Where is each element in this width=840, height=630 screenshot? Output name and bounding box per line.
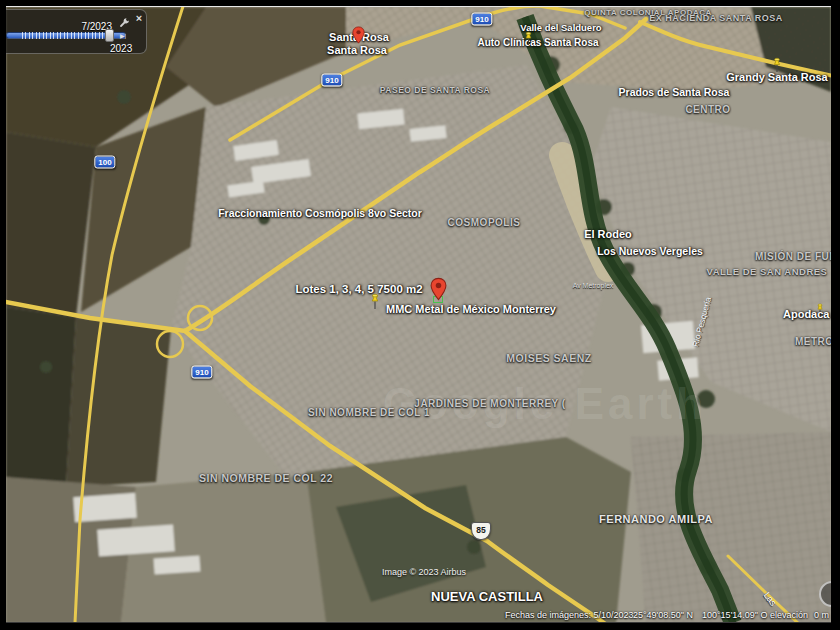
pushpin-icon [369,293,381,310]
imagery-attribution: Image © 2023 Airbus [382,567,466,577]
placemark-label-auto-clinicas: Auto Clínicas Santa Rosa [477,37,598,48]
area-label-nueva-castilla: NUEVA CASTILLA [431,589,543,604]
area-label-paseo-santa-rosa: PASEO DE SANTA ROSA [380,85,490,95]
yellow-pushpin-lotes[interactable] [369,293,381,314]
status-elevation-value: 0 m [814,610,829,620]
top-letterbox-bar [0,0,840,7]
area-label-valle-de-san-andres: VALLE DE SAN ANDRES [707,266,828,277]
area-label-centro: CENTRO [685,104,730,115]
map-pin-icon [430,277,447,301]
time-slider-panel: 7/2023 ▶| 2023 × [0,9,147,54]
area-label-sin-nombre-de-col-22: SIN NOMBRE DE COL 22 [199,472,333,484]
area-label-fernando-amilpa: FERNANDO AMILPA [599,513,713,525]
settings-wrench-button[interactable] [119,14,131,26]
bottom-letterbox-bar [0,622,840,630]
place-label-fracc-cosmopolis: Fraccionamiento Cosmópolis 8vo Sector [218,207,422,219]
area-label-jardines-de-monterrey: JARDINES DE MONTERREY ( [414,398,565,409]
right-letterbox-bar [831,0,840,630]
time-slider-year: 2023 [110,43,132,54]
route-shield-910-south: 910 [191,366,212,379]
pushpin-icon [523,31,534,46]
red-pin-mmc-metal[interactable] [430,277,447,305]
wrench-icon [119,16,131,28]
map-pin-icon [352,26,365,44]
place-label-santa-rosa: Santa Rosa [327,44,387,56]
status-imagery-date: Fechas de imágenes: 5/10/2023 [505,610,634,620]
step-forward-button[interactable]: ▶| [117,31,129,42]
route-shield-85: 85 [471,522,491,540]
area-label-mision-de-funda: MISIÓN DE FUNDA [755,251,840,262]
status-latitude: 25°49'08.50" N [633,610,693,620]
area-label-ex-hacienda: EX HACIENDA SANTA ROSA [649,13,783,23]
place-label-el-rodeo: El Rodeo [584,228,632,240]
place-label-los-nuevos-vergeles: Los Nuevos Vergeles [597,245,703,257]
area-label-moises-saenz: MOISES SAENZ [506,352,591,364]
river-label-rio-pesqueria: Río Pesquería [691,296,713,348]
road-label-las: Las [762,590,779,608]
time-slider-current-date: 7/2023 [38,21,112,32]
google-earth-window: Google Earth QUINTA COLONIAL APODACA EX … [0,0,840,630]
yellow-pushpin-auto-clinicas[interactable] [523,31,534,50]
placemark-label-grandy: Grandy Santa Rosa [726,71,827,83]
route-shield-910-north: 910 [471,13,492,26]
area-label-sin-nombre-de-col-1: SIN NOMBRE DE COL 1 [308,407,430,418]
route-shield-100: 100 [94,156,115,169]
time-slider-handle[interactable] [105,29,114,42]
status-elevation-label: elevación [770,610,808,620]
placemark-label-mmc-metal: MMC Metal de México Monterrey [386,303,556,315]
left-letterbox-bar [0,0,6,630]
map-overlay: Google Earth QUINTA COLONIAL APODACA EX … [0,0,840,630]
area-label-cosmopolis: COSMOPOLIS [448,217,521,228]
road-label-av-metroplex: Av Metroplex [573,282,614,289]
time-slider-ticks [22,32,106,39]
place-label-prados-santa-rosa: Prados de Santa Rosa [619,86,730,98]
status-longitude: 100°15'14.09" O [702,610,768,620]
route-shield-910-mid: 910 [321,74,342,87]
placemark-label-lotes: Lotes 1, 3, 4, 5 7500 m2 [295,283,422,295]
close-button[interactable]: × [133,11,145,25]
